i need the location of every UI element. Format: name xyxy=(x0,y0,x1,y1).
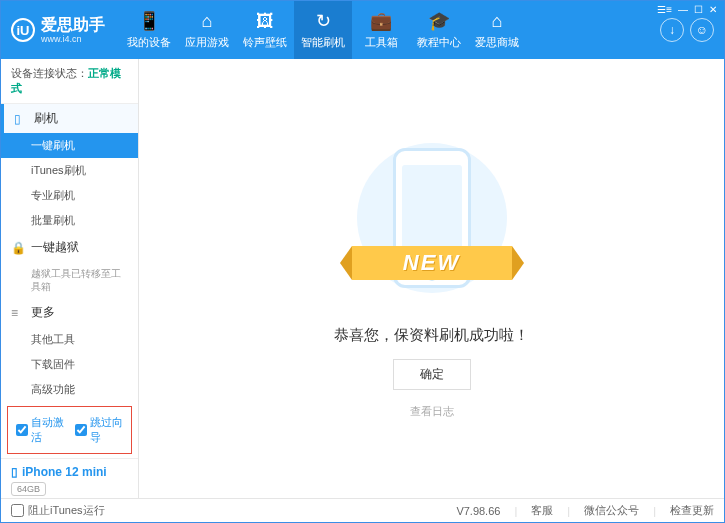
sidebar-item-oneclick-flash[interactable]: 一键刷机 xyxy=(1,133,138,158)
options-box: 自动激活 跳过向导 xyxy=(7,406,132,454)
wechat-link[interactable]: 微信公众号 xyxy=(584,503,639,518)
nav-flash[interactable]: ↻智能刷机 xyxy=(294,1,352,59)
section-jailbreak[interactable]: 🔒 一键越狱 xyxy=(1,233,138,262)
phone-icon: ▯ xyxy=(11,465,18,479)
toolbox-icon: 💼 xyxy=(370,10,392,32)
phone-icon: ▯ xyxy=(14,112,28,126)
view-log-link[interactable]: 查看日志 xyxy=(410,404,454,419)
footer: 阻止iTunes运行 V7.98.66| 客服| 微信公众号| 检查更新 xyxy=(1,498,724,522)
app-url: www.i4.cn xyxy=(41,34,105,44)
window-controls: ☰≡ — ☐ ✕ xyxy=(657,4,717,15)
nav-ringtones[interactable]: 🖼铃声壁纸 xyxy=(236,1,294,59)
check-update-link[interactable]: 检查更新 xyxy=(670,503,714,518)
download-button[interactable]: ↓ xyxy=(660,18,684,42)
version: V7.98.66 xyxy=(456,505,500,517)
settings-icon[interactable]: ☰≡ xyxy=(657,4,672,15)
jailbreak-note: 越狱工具已转移至工具箱 xyxy=(1,262,138,298)
section-more[interactable]: ≡ 更多 xyxy=(1,298,138,327)
section-flash[interactable]: ▯ 刷机 xyxy=(1,104,138,133)
block-itunes-checkbox[interactable]: 阻止iTunes运行 xyxy=(11,503,105,518)
success-message: 恭喜您，保资料刷机成功啦！ xyxy=(334,326,529,345)
logo: iU 爱思助手 www.i4.cn xyxy=(11,16,105,44)
success-illustration: NEW xyxy=(342,138,522,308)
sidebar: 设备连接状态：正常模式 ▯ 刷机 一键刷机 iTunes刷机 专业刷机 批量刷机… xyxy=(1,59,139,498)
flash-icon: ↻ xyxy=(316,10,331,32)
store-icon: ⌂ xyxy=(492,11,503,32)
app-name: 爱思助手 xyxy=(41,16,105,34)
device-info[interactable]: ▯iPhone 12 mini 64GB Down-12mini-13,1 xyxy=(1,458,138,498)
main-content: NEW 恭喜您，保资料刷机成功啦！ 确定 查看日志 xyxy=(139,59,724,498)
sidebar-item-batch-flash[interactable]: 批量刷机 xyxy=(1,208,138,233)
logo-icon: iU xyxy=(11,18,35,42)
sidebar-item-itunes-flash[interactable]: iTunes刷机 xyxy=(1,158,138,183)
tutorial-icon: 🎓 xyxy=(428,10,450,32)
ok-button[interactable]: 确定 xyxy=(393,359,471,390)
connection-status: 设备连接状态：正常模式 xyxy=(1,59,138,104)
device-icon: 📱 xyxy=(138,10,160,32)
nav-apps[interactable]: ⌂应用游戏 xyxy=(178,1,236,59)
more-icon: ≡ xyxy=(11,306,25,320)
nav-my-device[interactable]: 📱我的设备 xyxy=(120,1,178,59)
nav-toolbox[interactable]: 💼工具箱 xyxy=(352,1,410,59)
storage-badge: 64GB xyxy=(11,482,46,496)
nav-tutorials[interactable]: 🎓教程中心 xyxy=(410,1,468,59)
close-icon[interactable]: ✕ xyxy=(709,4,717,15)
sidebar-item-other-tools[interactable]: 其他工具 xyxy=(1,327,138,352)
main-nav: 📱我的设备 ⌂应用游戏 🖼铃声壁纸 ↻智能刷机 💼工具箱 🎓教程中心 ⌂爱思商城 xyxy=(120,1,660,59)
minimize-icon[interactable]: — xyxy=(678,4,688,15)
new-banner: NEW xyxy=(352,246,512,280)
maximize-icon[interactable]: ☐ xyxy=(694,4,703,15)
support-link[interactable]: 客服 xyxy=(531,503,553,518)
auto-activate-checkbox[interactable]: 自动激活 xyxy=(16,415,65,445)
apps-icon: ⌂ xyxy=(202,11,213,32)
sidebar-item-advanced[interactable]: 高级功能 xyxy=(1,377,138,402)
header-right: ↓ ☺ xyxy=(660,18,714,42)
sidebar-item-pro-flash[interactable]: 专业刷机 xyxy=(1,183,138,208)
user-button[interactable]: ☺ xyxy=(690,18,714,42)
nav-store[interactable]: ⌂爱思商城 xyxy=(468,1,526,59)
lock-icon: 🔒 xyxy=(11,241,25,255)
sidebar-item-download-firmware[interactable]: 下载固件 xyxy=(1,352,138,377)
header: iU 爱思助手 www.i4.cn 📱我的设备 ⌂应用游戏 🖼铃声壁纸 ↻智能刷… xyxy=(1,1,724,59)
skip-guide-checkbox[interactable]: 跳过向导 xyxy=(75,415,124,445)
wallpaper-icon: 🖼 xyxy=(256,11,274,32)
